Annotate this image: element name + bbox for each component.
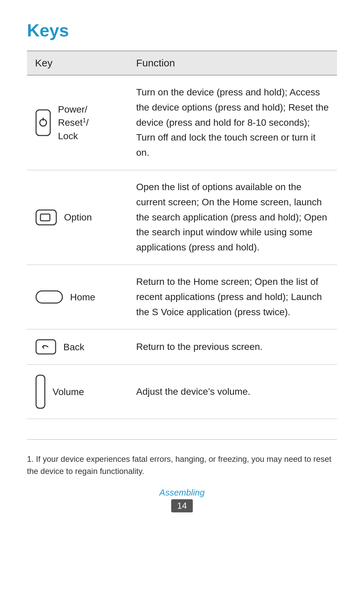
table-row: BackReturn to the previous screen. [27,329,337,365]
function-cell-0: Turn on the device (press and hold); Acc… [128,75,337,170]
key-label-4: Volume [53,385,84,398]
footer-label: Assembling [159,487,205,498]
key-cell-1: Option [27,170,128,265]
key-label-1: Option [64,211,92,224]
svg-rect-4 [40,214,50,221]
keys-table: Key Function Power/Reset1/LockTurn on th… [27,51,337,419]
key-cell-2: Home [27,265,128,329]
table-row: HomeReturn to the Home screen; Open the … [27,265,337,329]
table-row: OptionOpen the list of options available… [27,170,337,265]
page-container: Keys Key Function Power/Reset1/LockTurn … [0,0,364,597]
footer-page: 14 [171,499,193,512]
function-cell-2: Return to the Home screen; Open the list… [128,265,337,329]
footnote-text: 1. If your device experiences fatal erro… [27,453,337,477]
power-icon [35,109,51,137]
function-cell-3: Return to the previous screen. [128,329,337,365]
col-function-header: Function [128,51,337,75]
svg-rect-7 [36,375,45,408]
key-cell-0: Power/Reset1/Lock [27,75,128,170]
table-header-row: Key Function [27,51,337,75]
key-cell-4: Volume [27,365,128,419]
function-cell-4: Adjust the device’s volume. [128,365,337,419]
svg-rect-6 [36,340,56,354]
key-cell-3: Back [27,329,128,365]
svg-rect-5 [36,291,62,303]
table-row: Power/Reset1/LockTurn on the device (pre… [27,75,337,170]
key-label-2: Home [70,291,95,304]
table-row: VolumeAdjust the device’s volume. [27,365,337,419]
key-label-0: Power/Reset1/Lock [58,103,89,143]
option-icon [35,209,57,226]
page-title: Keys [27,20,337,40]
key-label-3: Back [63,340,84,354]
home-icon [35,290,63,304]
col-key-header: Key [27,51,128,75]
function-cell-1: Open the list of options available on th… [128,170,337,265]
footnote-section: 1. If your device experiences fatal erro… [27,439,337,477]
volume-icon [35,374,46,409]
back-icon [35,339,57,355]
footer: Assembling 14 [27,487,337,512]
